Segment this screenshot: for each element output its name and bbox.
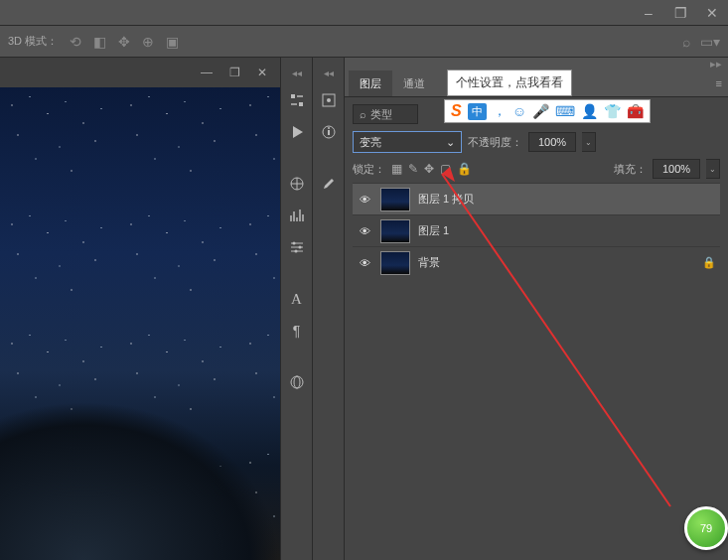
svg-point-3 xyxy=(292,242,295,245)
type-filter-label: 类型 xyxy=(370,107,392,122)
fill-label: 填充： xyxy=(614,162,647,177)
world-icon[interactable] xyxy=(283,368,311,396)
layers-panel: ▸▸ 图层 通道 ≡ ⌕ 类型 变亮 ⌄ 不透明度： 100% ⌄ xyxy=(344,58,728,560)
mode-label: 3D 模式： xyxy=(8,34,58,49)
svg-rect-0 xyxy=(291,94,295,98)
ime-emoji-icon[interactable]: ☺ xyxy=(512,103,526,119)
tab-layers[interactable]: 图层 xyxy=(349,70,392,96)
move-icon[interactable]: ⊕ xyxy=(142,34,154,50)
ime-lang-button[interactable]: 中 xyxy=(468,103,487,120)
svg-point-6 xyxy=(291,376,303,388)
maximize-button[interactable]: ❐ xyxy=(664,0,696,26)
titlebar: – ❐ ✕ xyxy=(0,0,728,26)
tab-channels[interactable]: 通道 xyxy=(392,70,436,96)
search-icon: ⌕ xyxy=(360,108,366,120)
svg-point-5 xyxy=(294,250,297,253)
opacity-label: 不透明度： xyxy=(468,135,522,150)
minimize-button[interactable]: – xyxy=(633,0,664,26)
sliders-icon[interactable] xyxy=(283,233,311,261)
canvas-viewport[interactable] xyxy=(0,87,280,560)
image-mountain xyxy=(0,401,280,560)
assistant-badge[interactable]: 79 xyxy=(684,506,728,550)
layer-thumbnail[interactable] xyxy=(380,188,410,211)
layer-name[interactable]: 背景 xyxy=(418,255,440,270)
doc-close-button[interactable]: ✕ xyxy=(250,63,274,82)
ime-tooltip: 个性设置，点我看看 xyxy=(447,70,572,96)
visibility-toggle-icon[interactable]: 👁 xyxy=(357,225,372,237)
histogram-icon[interactable] xyxy=(283,202,311,229)
canvas-area: — ❐ ✕ xyxy=(0,58,280,560)
icon-strip-1: ◂◂ A ¶ xyxy=(280,58,312,560)
ime-mic-icon[interactable]: 🎤 xyxy=(532,103,549,119)
layer-item[interactable]: 👁 图层 1 拷贝 xyxy=(353,183,720,214)
close-button[interactable]: ✕ xyxy=(696,0,728,26)
panel-menu-icon[interactable]: ≡ xyxy=(716,77,722,89)
workspace-icon[interactable]: ▭▾ xyxy=(700,34,720,50)
visibility-toggle-icon[interactable]: 👁 xyxy=(357,257,372,269)
blend-mode-value: 变亮 xyxy=(360,135,381,150)
ime-person-icon[interactable]: 👤 xyxy=(581,103,598,119)
layers-panel-body: ⌕ 类型 变亮 ⌄ 不透明度： 100% ⌄ 锁定： ▦ ✎ ✥ xyxy=(345,97,728,560)
fill-input[interactable]: 100% xyxy=(653,159,700,179)
lock-pixels-icon[interactable]: ✎ xyxy=(408,162,418,176)
ime-toolbox-icon[interactable]: 🧰 xyxy=(627,103,644,119)
lock-transparency-icon[interactable]: ▦ xyxy=(391,162,402,176)
info-icon[interactable] xyxy=(315,118,343,146)
layer-thumbnail[interactable] xyxy=(380,219,410,243)
svg-point-4 xyxy=(298,246,301,249)
panel-collapse-icon[interactable]: ▸▸ xyxy=(710,58,722,71)
options-bar: 3D 模式： ⟲ ◧ ✥ ⊕ ▣ ⌕ ▭▾ xyxy=(0,26,728,58)
lock-label: 锁定： xyxy=(353,162,385,177)
svg-point-7 xyxy=(294,376,300,388)
main-area: — ❐ ✕ ◂◂ A ¶ ◂◂ ▸▸ 图层 通道 ≡ xyxy=(0,58,728,560)
svg-rect-1 xyxy=(299,102,303,106)
opacity-dropdown-icon[interactable]: ⌄ xyxy=(582,132,596,152)
lock-position-icon[interactable]: ✥ xyxy=(424,162,434,176)
icon-strip-2: ◂◂ xyxy=(312,58,344,560)
lock-icon: 🔒 xyxy=(702,256,716,269)
svg-point-11 xyxy=(328,127,330,129)
opacity-input[interactable]: 100% xyxy=(528,132,576,152)
lock-artboard-icon[interactable]: ▢ xyxy=(440,162,451,176)
adjustments-icon[interactable] xyxy=(283,86,311,114)
blend-mode-select[interactable]: 变亮 ⌄ xyxy=(353,131,462,153)
doc-restore-button[interactable]: ❐ xyxy=(222,63,246,82)
collapse-handle-icon[interactable]: ◂◂ xyxy=(288,64,306,82)
fill-dropdown-icon[interactable]: ⌄ xyxy=(706,159,720,179)
paragraph-icon[interactable]: ¶ xyxy=(283,317,311,345)
lock-buttons: ▦ ✎ ✥ ▢ 🔒 xyxy=(391,162,472,176)
properties-icon[interactable] xyxy=(315,86,343,114)
search-icon[interactable]: ⌕ xyxy=(682,34,690,50)
visibility-toggle-icon[interactable]: 👁 xyxy=(357,194,372,206)
ime-keyboard-icon[interactable]: ⌨ xyxy=(555,103,575,119)
layer-list: 👁 图层 1 拷贝 👁 图层 1 👁 背景 🔒 xyxy=(353,183,720,278)
lock-all-icon[interactable]: 🔒 xyxy=(457,162,472,176)
character-icon[interactable]: A xyxy=(283,285,311,313)
ime-skin-icon[interactable]: 👕 xyxy=(604,103,621,119)
document-tab-controls: — ❐ ✕ xyxy=(0,58,280,87)
layer-name[interactable]: 图层 1 xyxy=(418,223,449,238)
ime-punct-button[interactable]: ， xyxy=(493,102,507,120)
play-icon[interactable] xyxy=(283,118,311,146)
layer-type-filter[interactable]: ⌕ 类型 xyxy=(353,104,418,124)
compass-icon[interactable] xyxy=(283,170,311,198)
ime-logo-icon[interactable]: S xyxy=(451,102,462,120)
layer-item[interactable]: 👁 图层 1 xyxy=(353,214,720,246)
layer-item[interactable]: 👁 背景 🔒 xyxy=(353,246,720,278)
layer-name[interactable]: 图层 1 拷贝 xyxy=(418,192,474,207)
collapse-handle-icon[interactable]: ◂◂ xyxy=(320,64,338,82)
chevron-down-icon: ⌄ xyxy=(446,136,455,149)
layer-thumbnail[interactable] xyxy=(380,251,410,275)
orbit-icon[interactable]: ⟲ xyxy=(70,34,81,50)
ime-toolbar[interactable]: S 中 ， ☺ 🎤 ⌨ 👤 👕 🧰 xyxy=(444,99,651,123)
camera-icon[interactable]: ▣ xyxy=(166,34,179,50)
pan-icon[interactable]: ◧ xyxy=(93,34,106,50)
badge-number: 79 xyxy=(700,522,712,534)
dolly-icon[interactable]: ✥ xyxy=(118,34,130,50)
brush-icon[interactable] xyxy=(315,170,343,198)
doc-minimize-button[interactable]: — xyxy=(195,63,218,82)
svg-point-9 xyxy=(327,98,331,102)
